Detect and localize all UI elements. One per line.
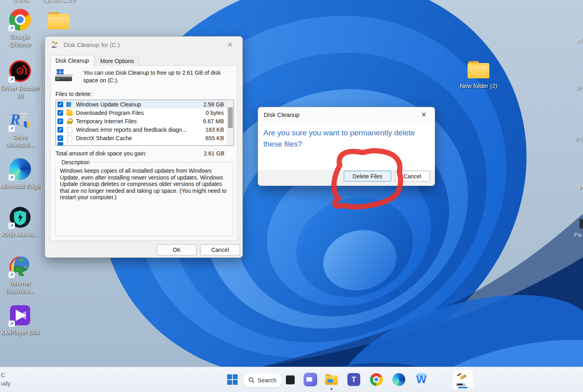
chat-button[interactable] [302, 372, 318, 388]
files-list: ✓ ⤵ Windows Update Cleanup 2.58 GB ✓ Dow… [55, 100, 234, 146]
list-scrollbar[interactable] [227, 100, 234, 145]
desktop-icon-folder[interactable] [48, 12, 70, 30]
cutoff-icon-label: iPh [575, 135, 583, 142]
checkbox-checked[interactable]: ✓ [57, 110, 63, 116]
task-view-button[interactable] [282, 372, 298, 388]
file-row-temporary-internet-files[interactable]: ✓ Temporary Internet Files 9.67 MB [56, 117, 234, 125]
desktop-icon-driver-booster[interactable]: ⚙ ↗ Driver Booster 10 [0, 60, 42, 100]
desktop-icon-new-folder-2[interactable]: New folder (2) [456, 61, 501, 90]
ok-button[interactable]: OK [157, 244, 197, 255]
disk-cleanup-window: Disk Cleanup for (C:) ✕ Disk Cleanup Mor… [45, 36, 243, 258]
file-size: 9.67 MB [193, 118, 224, 125]
checkbox-checked[interactable]: ✓ [57, 127, 63, 133]
file-name: Windows error reports and feedback diagn… [76, 127, 193, 133]
taskbar-search[interactable]: Search [242, 373, 283, 388]
chat-icon [304, 373, 317, 386]
file-row-downloaded-program-files[interactable]: ✓ Downloaded Program Files 0 bytes [56, 108, 234, 117]
file-name: Windows Update Cleanup [76, 101, 193, 108]
disk-cleanup-taskbar-button[interactable] [452, 369, 474, 390]
file-row-directx-shader-cache[interactable]: ✓ DirectX Shader Cache 655 KB [56, 134, 234, 142]
cutoff-icon-label: N [578, 37, 582, 44]
page-icon [66, 142, 73, 145]
desktop-icon-iobit-malware[interactable]: ↗ IObit Malwa... [0, 206, 42, 238]
file-explorer-button[interactable] [323, 372, 339, 388]
desktop-icon-google-chrome[interactable]: ↗ Google Chrome [0, 9, 42, 48]
file-name: DirectX Shader Cache [76, 135, 193, 141]
title-bar[interactable]: Disk Cleanup ✕ [258, 107, 435, 122]
window-title: Disk Cleanup for (C:) [64, 41, 120, 48]
file-name: Downloaded Program Files [76, 110, 193, 116]
chrome-button[interactable] [368, 372, 384, 388]
teams-button[interactable]: T [346, 372, 362, 388]
desktop-icon-microsoft-edge[interactable]: ↗ Microsoft Edge [0, 158, 42, 190]
file-size: 655 KB [193, 135, 224, 141]
shortcut-arrow-icon: ↗ [8, 321, 15, 327]
disk-cleanup-icon [456, 373, 470, 386]
shortcut-arrow-icon: ↗ [8, 174, 15, 181]
desktop-icon-label: KMPlayer 64X [1, 329, 39, 336]
cutoff-icon-glyph [579, 219, 583, 229]
teams-icon: T [347, 373, 360, 386]
search-label: Search [257, 377, 277, 384]
file-name: Temporary Internet Files [76, 118, 193, 125]
tab-disk-cleanup[interactable]: Disk Cleanup [50, 55, 94, 67]
delete-files-button[interactable]: Delete Files [344, 171, 391, 182]
scrollbar-thumb[interactable] [228, 107, 233, 128]
description-groupbox: Description Windows keeps copies of all … [55, 162, 233, 236]
active-app-indicator [458, 387, 468, 388]
desktop-icon-idm[interactable]: ↗ Internet Downloa... [0, 255, 42, 295]
tab-more-options[interactable]: More Options [95, 56, 139, 66]
confirm-delete-dialog: Disk Cleanup ✕ Are you sure you want to … [258, 107, 435, 186]
lock-icon [66, 118, 73, 125]
dialog-title: Disk Cleanup [264, 111, 300, 118]
checkbox-checked[interactable]: ✓ [57, 102, 63, 107]
shortcut-arrow-icon: ↗ [8, 223, 15, 229]
desktop-icon-label: Google Chrome [0, 33, 41, 48]
w-app-icon: W [414, 372, 429, 387]
shortcut-arrow-icon: ↗ [8, 25, 15, 31]
shortcut-arrow-icon: ↗ [8, 125, 15, 132]
disk-cleanup-app-icon [51, 41, 60, 48]
desktop-icon-revo-uninstaller[interactable]: R ↗ Revo Uninstall... [0, 109, 42, 149]
description-text: Windows keeps copies of all installed up… [60, 167, 227, 201]
edge-icon [392, 373, 405, 386]
cancel-button[interactable]: Cancel [200, 244, 240, 255]
desktop-root: { "desktop": { "top_cutoff_labels": [ {"… [0, 0, 583, 392]
shortcut-arrow-icon: ↗ [8, 272, 15, 278]
checkbox-checked[interactable]: ✓ [57, 135, 63, 141]
title-bar[interactable]: Disk Cleanup for (C:) ✕ [45, 37, 242, 53]
confirm-cancel-button[interactable]: Cancel [395, 171, 430, 182]
desktop-icon-label: Microsoft Edge [0, 182, 40, 190]
cutoff-icon-label: iP [576, 84, 581, 91]
file-row-windows-update-cleanup[interactable]: ✓ ⤵ Windows Update Cleanup 2.58 GB [56, 100, 234, 108]
task-view-icon [284, 374, 296, 386]
desktop-icon-label: Internet Downloa... [0, 280, 41, 295]
page-icon [66, 127, 73, 133]
desktop-icon-label: Driver Booster 10 [0, 84, 41, 100]
close-icon[interactable]: ✕ [224, 40, 236, 49]
files-to-delete-label: Files to delete: [55, 91, 92, 97]
edge-button[interactable] [391, 372, 407, 388]
desktop-icon-label: New folder (2) [460, 82, 497, 90]
checkbox-checked[interactable]: ✓ [57, 118, 63, 124]
running-indicator-dot [331, 388, 333, 390]
close-icon[interactable]: ✕ [419, 110, 429, 119]
folder-icon [48, 12, 70, 30]
file-row-error-reports[interactable]: ✓ Windows error reports and feedback dia… [56, 125, 234, 134]
folder-icon [66, 110, 73, 116]
confirm-message: Are you sure you want to permanently del… [263, 127, 427, 150]
cutoff-icon-label-systemcare: SystemCare [42, 0, 76, 3]
file-row-partial [56, 142, 234, 145]
total-gain-label: Total amount of disk space you gain: [55, 150, 146, 157]
shortcut-arrow-icon: ↗ [8, 76, 15, 83]
file-size: 0 bytes [193, 110, 224, 116]
file-size: 2.58 GB [193, 101, 224, 108]
start-button[interactable] [224, 372, 240, 388]
tab-page: You can use Disk Cleanup to free up to 2… [50, 65, 237, 241]
file-size: 183 KB [193, 127, 224, 133]
desktop-icon-kmplayer[interactable]: ↗ KMPlayer 64X [0, 304, 42, 336]
w-app-button[interactable]: W [413, 372, 429, 388]
folder-icon [468, 61, 489, 79]
weather-widget-cutoff[interactable]: C udy [1, 371, 10, 388]
desktop-icon-label: Revo Uninstall... [0, 133, 41, 149]
